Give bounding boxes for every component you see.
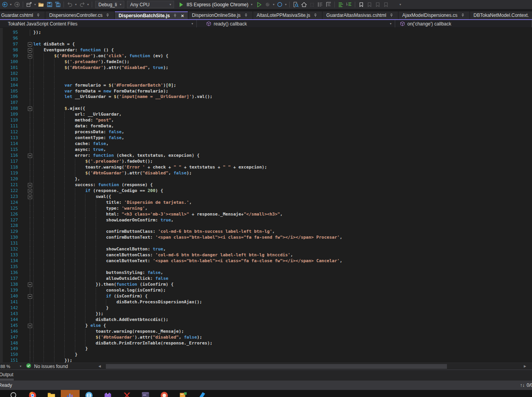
tab-ajaxmodeldispersiones-cs[interactable]: AjaxModelDispersiones.cs — [399, 11, 469, 19]
fold-margin[interactable] — [18, 30, 33, 36]
line-number[interactable]: 128 — [0, 223, 18, 229]
fold-margin[interactable] — [18, 123, 33, 129]
tab-dispersiononlinesite-js[interactable]: DispersionOnlineSite.js — [189, 11, 252, 19]
fold-margin[interactable] — [18, 288, 33, 294]
undo-icon[interactable] — [66, 1, 74, 9]
line-number[interactable]: 139 — [0, 288, 18, 294]
line-number[interactable]: 151 — [0, 358, 18, 363]
fold-margin[interactable] — [18, 241, 33, 247]
line-number[interactable]: 144 — [0, 317, 18, 323]
line-number[interactable]: 98 — [0, 47, 18, 53]
fold-margin[interactable] — [18, 329, 33, 335]
fold-margin[interactable] — [18, 229, 33, 235]
line-number[interactable]: 126 — [0, 212, 18, 218]
chevron-down-icon[interactable]: ▾ — [74, 3, 78, 6]
fold-margin[interactable] — [18, 258, 33, 264]
fold-margin[interactable] — [18, 311, 33, 317]
line-number[interactable]: 142 — [0, 305, 18, 311]
fold-margin[interactable] — [18, 89, 33, 94]
line-number[interactable]: 114 — [0, 141, 18, 147]
fold-collapse-icon[interactable] — [28, 107, 32, 111]
taskbar-app-orange[interactable] — [174, 390, 192, 397]
output-panel-title[interactable]: Output — [0, 370, 13, 377]
next-bookmark-icon[interactable] — [374, 1, 381, 9]
line-number[interactable]: 147 — [0, 335, 18, 341]
redo-icon[interactable] — [78, 1, 86, 9]
fold-margin[interactable] — [18, 135, 33, 141]
fold-collapse-icon[interactable] — [28, 154, 32, 158]
line-number[interactable]: 119 — [0, 170, 18, 176]
line-number[interactable]: 108 — [0, 106, 18, 112]
fold-margin[interactable] — [18, 77, 33, 83]
new-file-icon[interactable] — [25, 1, 33, 9]
taskbar-app-red[interactable] — [117, 390, 136, 397]
line-number[interactable]: 137 — [0, 276, 18, 282]
fold-collapse-icon[interactable] — [28, 183, 32, 187]
line-number[interactable]: 133 — [0, 252, 18, 258]
open-file-icon[interactable] — [37, 1, 45, 9]
find-in-files-icon[interactable] — [292, 1, 300, 9]
line-number[interactable]: 118 — [0, 165, 18, 170]
tab-dbtokanetmodel-context-[interactable]: DBTokaNetModel.Context. — [470, 11, 532, 19]
fold-margin[interactable] — [18, 188, 33, 194]
fold-margin[interactable] — [18, 100, 33, 106]
fold-margin[interactable] — [18, 264, 33, 270]
line-number[interactable]: 115 — [0, 147, 18, 153]
taskbar-app-dark[interactable] — [136, 390, 155, 397]
taskbar-search[interactable] — [4, 390, 23, 397]
line-number[interactable]: 150 — [0, 352, 18, 358]
fold-collapse-icon[interactable] — [28, 324, 32, 328]
line-number[interactable]: 129 — [0, 229, 18, 235]
health-indicator[interactable]: No issues found — [26, 363, 97, 370]
scroll-left-arrow[interactable]: ◀ — [97, 364, 102, 368]
line-operations-icon[interactable] — [316, 1, 324, 9]
fold-margin[interactable] — [18, 247, 33, 252]
fold-collapse-icon[interactable] — [28, 294, 32, 299]
fold-margin[interactable] — [18, 129, 33, 135]
line-number[interactable]: 99 — [0, 53, 18, 59]
line-number[interactable]: 111 — [0, 123, 18, 129]
hot-reload-icon[interactable] — [263, 1, 271, 9]
fold-margin[interactable] — [18, 294, 33, 299]
fold-margin[interactable] — [18, 212, 33, 218]
fold-margin[interactable] — [18, 282, 33, 288]
line-number[interactable]: 104 — [0, 83, 18, 89]
nav-dropdown-1[interactable]: ready() callback▾ — [197, 20, 395, 27]
chevron-down-icon[interactable]: ▾ — [398, 3, 402, 6]
fold-margin[interactable] — [18, 335, 33, 341]
fold-collapse-icon[interactable] — [28, 48, 32, 53]
line-number[interactable]: 121 — [0, 182, 18, 188]
fold-margin[interactable] — [18, 42, 33, 47]
tab-guardaraltasmasivas-cshtml[interactable]: GuardarAltasMasivas.cshtml — [323, 11, 398, 19]
nav-dropdown-0[interactable]: TokaNet JavaScript Content Files▾ — [0, 20, 197, 27]
chevron-down-icon[interactable]: ▾ — [284, 3, 287, 6]
line-number[interactable]: 109 — [0, 112, 18, 118]
zoom-selector[interactable]: 88 % ▾ — [0, 364, 26, 369]
fold-margin[interactable] — [18, 323, 33, 329]
line-number[interactable]: 148 — [0, 341, 18, 346]
fold-margin[interactable] — [18, 235, 33, 241]
options-grid-icon[interactable] — [308, 1, 316, 9]
line-number[interactable]: 149 — [0, 346, 18, 352]
fold-margin[interactable] — [18, 147, 33, 153]
toggle-bookmark-icon[interactable] — [357, 1, 365, 9]
taskbar-explorer[interactable] — [42, 390, 61, 397]
line-number[interactable]: 116 — [0, 153, 18, 159]
line-number[interactable]: 135 — [0, 264, 18, 270]
taskbar-app-blue[interactable] — [80, 390, 98, 397]
fold-margin[interactable] — [18, 83, 33, 89]
line-number[interactable]: 96 — [0, 36, 18, 42]
solution-configurations-dropdown[interactable]: Debug_li▾ — [95, 1, 124, 8]
horizontal-scrollbar-thumb[interactable] — [106, 364, 447, 369]
taskbar-app-purple[interactable] — [98, 390, 117, 397]
line-number[interactable]: 143 — [0, 311, 18, 317]
chevron-down-icon[interactable]: ▾ — [9, 3, 13, 6]
toolbar-overflow-icon[interactable] — [390, 1, 398, 9]
line-number[interactable]: 106 — [0, 94, 18, 100]
fold-margin[interactable] — [18, 94, 33, 100]
fold-margin[interactable] — [18, 106, 33, 112]
line-number[interactable]: 134 — [0, 258, 18, 264]
block-operations-icon[interactable] — [325, 1, 332, 9]
fold-margin[interactable] — [18, 112, 33, 118]
fold-collapse-icon[interactable] — [28, 42, 32, 47]
